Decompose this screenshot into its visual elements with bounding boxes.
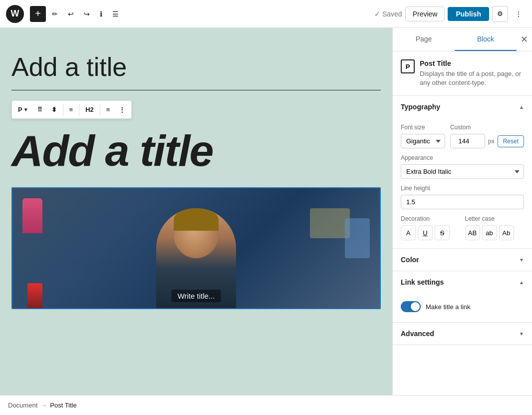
block-more-button[interactable]: ⋮ — [115, 103, 129, 116]
custom-size-input[interactable] — [450, 134, 485, 148]
letter-case-upper-button[interactable]: AB — [465, 225, 480, 240]
close-icon: ✕ — [521, 34, 528, 45]
advanced-panel: Advanced — [393, 323, 532, 345]
wp-logo[interactable]: W — [6, 5, 24, 23]
align-icon: ≡ — [69, 106, 73, 113]
drag-icon: ⠿ — [37, 106, 42, 113]
breadcrumb-document[interactable]: Document — [8, 402, 37, 409]
text-align-icon: ≡ — [106, 106, 110, 113]
sidebar-tabs: Page Block ✕ — [393, 28, 532, 51]
appearance-select[interactable]: Extra Bold Italic Regular Bold Italic Ex… — [401, 164, 524, 179]
list-view-button[interactable]: ☰ — [108, 7, 123, 21]
block-info-panel: P Post Title Displays the title of a pos… — [393, 51, 532, 96]
more-icon: ⋮ — [515, 10, 522, 18]
more-options-button[interactable]: ⋮ — [511, 7, 526, 21]
link-settings-panel-body: Make title a link — [393, 293, 532, 322]
letter-case-lower-button[interactable]: ab — [482, 225, 497, 240]
align-button[interactable]: ≡ — [65, 103, 77, 116]
reset-label: Reset — [503, 138, 519, 145]
decoration-underline-button[interactable]: U — [418, 225, 433, 240]
tools-button[interactable]: ✏ — [48, 7, 62, 21]
block-info-text: Post Title Displays the title of a post,… — [420, 59, 524, 87]
saved-text: Saved — [382, 10, 402, 18]
breadcrumb-current: Post Title — [50, 402, 76, 409]
editor-area[interactable]: Add a title P ▼ ⠿ ⬍ ≡ — [0, 28, 392, 395]
large-title-block[interactable]: Add a title — [11, 127, 381, 175]
large-title-text: Add a title — [11, 126, 213, 175]
typography-panel-header[interactable]: Typography — [393, 96, 532, 118]
letter-case-ab-label: AB — [468, 229, 477, 237]
color-toggle-icon — [519, 256, 524, 263]
decoration-label: Decoration — [401, 215, 460, 222]
typography-panel: Typography Font size Gigantic Large Medi… — [393, 96, 532, 249]
settings-button[interactable]: ⚙ — [492, 6, 508, 22]
line-height-input[interactable] — [401, 195, 524, 209]
top-toolbar: W + ✏ ↩ ↪ ℹ ☰ ✓ Saved Preview Publish — [0, 0, 532, 28]
right-sidebar: Page Block ✕ P Post Title Displays the t… — [392, 28, 532, 395]
details-button[interactable]: ℹ — [96, 7, 106, 21]
appearance-group: Appearance Extra Bold Italic Regular Bol… — [401, 154, 524, 179]
toolbar-divider-3 — [100, 104, 100, 116]
main-layout: Add a title P ▼ ⠿ ⬍ ≡ — [0, 28, 532, 395]
font-size-select[interactable]: Gigantic Large Medium Small — [401, 134, 445, 148]
make-link-label: Make title a link — [426, 303, 471, 311]
decoration-none-button[interactable]: A — [401, 225, 416, 240]
decoration-strikethrough-button[interactable]: S — [435, 225, 450, 240]
color-panel-header[interactable]: Color — [393, 249, 532, 271]
media-block[interactable]: Write title... — [11, 187, 381, 309]
typography-panel-body: Font size Gigantic Large Medium Small Cu… — [393, 118, 532, 248]
custom-size-group: Custom px Reset — [450, 124, 524, 148]
decoration-group: Decoration A U S — [401, 215, 460, 240]
letter-case-buttons: AB ab Ab — [465, 225, 525, 240]
toolbar-right: ✓ Saved Preview Publish ⚙ ⋮ — [374, 6, 526, 22]
block-icon: P — [401, 59, 415, 73]
font-size-row: Font size Gigantic Large Medium Small Cu… — [401, 124, 524, 148]
custom-size-input-row: px Reset — [450, 134, 524, 148]
link-settings-panel: Link settings Make title a link — [393, 271, 532, 323]
block-type-button[interactable]: P ▼ — [14, 103, 32, 116]
redo-icon: ↪ — [84, 10, 90, 18]
move-icon: ⬍ — [51, 106, 57, 113]
heading-button[interactable]: H2 — [81, 103, 98, 116]
make-link-toggle-row: Make title a link — [401, 299, 524, 314]
check-icon: ✓ — [374, 10, 380, 18]
list-view-icon: ☰ — [112, 10, 119, 18]
block-info-description: Displays the title of a post, page, or a… — [420, 69, 524, 87]
toolbar-divider-2 — [79, 104, 79, 116]
font-size-group: Font size Gigantic Large Medium Small — [401, 124, 445, 148]
add-icon: + — [35, 8, 41, 19]
sidebar-close-button[interactable]: ✕ — [517, 28, 532, 51]
text-align-button[interactable]: ≡ — [102, 103, 114, 116]
decoration-u-label: U — [423, 229, 427, 237]
line-height-group: Line height — [401, 185, 524, 209]
drag-handle-button[interactable]: ⠿ — [33, 103, 46, 116]
block-info-title: Post Title — [420, 59, 524, 67]
advanced-panel-header[interactable]: Advanced — [393, 323, 532, 345]
redo-button[interactable]: ↪ — [80, 7, 94, 21]
color-panel: Color — [393, 249, 532, 271]
move-button[interactable]: ⬍ — [47, 103, 61, 116]
decoration-a-label: A — [406, 229, 411, 237]
advanced-panel-title: Advanced — [401, 330, 434, 338]
toolbar-divider-1 — [63, 104, 63, 116]
publish-button[interactable]: Publish — [448, 7, 489, 21]
block-icon-label: P — [406, 63, 410, 70]
preview-button[interactable]: Preview — [405, 6, 445, 21]
letter-case-ab-cap-label: Ab — [503, 229, 511, 237]
tab-block[interactable]: Block — [455, 28, 517, 51]
video-thumbnail: Write title... — [12, 188, 380, 308]
reset-font-size-button[interactable]: Reset — [498, 135, 524, 147]
editor-content: Add a title P ▼ ⠿ ⬍ ≡ — [1, 28, 391, 329]
gear-icon: ⚙ — [497, 10, 503, 17]
letter-case-group: Letter case AB ab Ab — [465, 215, 525, 240]
page-title-input[interactable]: Add a title — [11, 48, 381, 90]
letter-case-capitalize-button[interactable]: Ab — [499, 225, 514, 240]
appearance-label: Appearance — [401, 154, 524, 161]
add-block-button[interactable]: + — [30, 6, 46, 22]
undo-button[interactable]: ↩ — [64, 7, 78, 21]
breadcrumb-separator: → — [40, 402, 47, 409]
tab-page[interactable]: Page — [393, 28, 455, 51]
make-link-toggle[interactable] — [401, 301, 421, 312]
link-settings-panel-title: Link settings — [401, 278, 444, 286]
link-settings-panel-header[interactable]: Link settings — [393, 271, 532, 293]
